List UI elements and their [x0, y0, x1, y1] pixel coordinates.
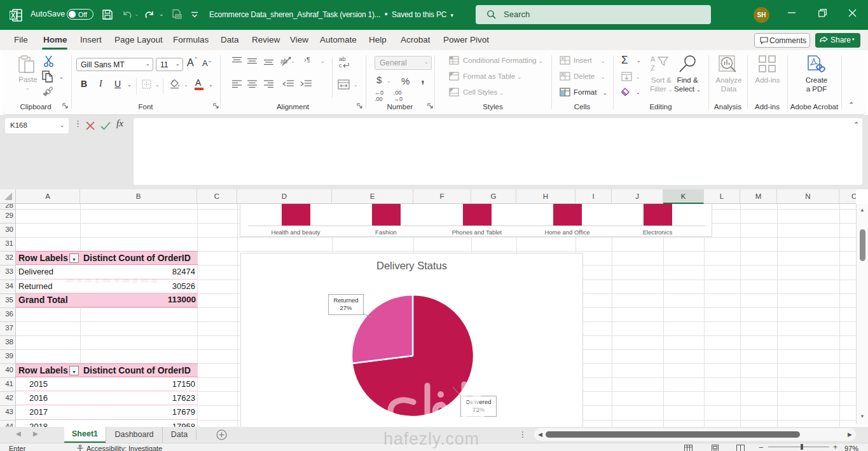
svg-text:Z: Z [651, 64, 655, 72]
svg-text:X: X [11, 12, 15, 19]
svg-text:c: c [339, 62, 342, 69]
svg-text:A: A [651, 55, 656, 63]
